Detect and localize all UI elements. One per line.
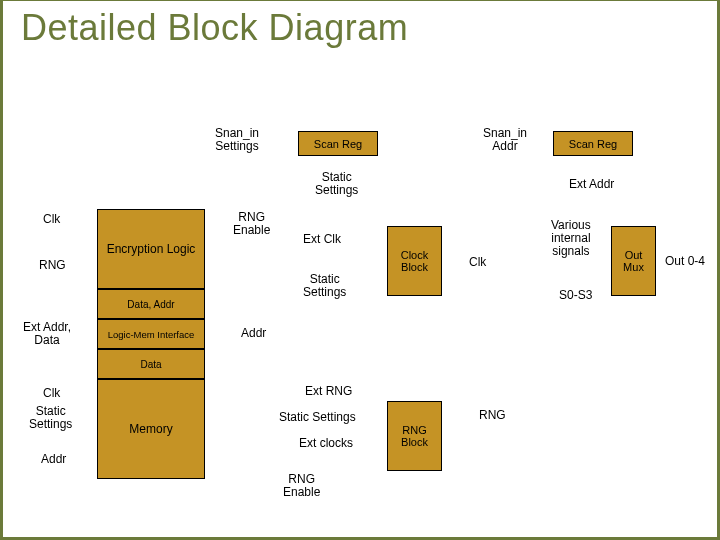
- block-data: Data: [97, 349, 205, 379]
- label-various-signals: Various internal signals: [551, 219, 591, 259]
- label-ext-addr-data: Ext Addr, Data: [23, 321, 71, 347]
- label-clk-mid-right: Clk: [469, 256, 486, 269]
- label-clk-left-2: Clk: [43, 387, 60, 400]
- block-logic-mem-interface: Logic-Mem Interface: [97, 319, 205, 349]
- label-ext-rng: Ext RNG: [305, 385, 352, 398]
- label-static-settings-left: Static Settings: [29, 405, 72, 431]
- label-snan-in-addr: Snan_in Addr: [483, 127, 527, 153]
- block-data-addr: Data, Addr: [97, 289, 205, 319]
- block-memory: Memory: [97, 379, 205, 479]
- label-ext-clocks: Ext clocks: [299, 437, 353, 450]
- label-rng-left: RNG: [39, 259, 66, 272]
- block-scan-reg-2: Scan Reg: [553, 131, 633, 156]
- label-s0-s3: S0-S3: [559, 289, 592, 302]
- label-rng-enable-2: RNG Enable: [283, 473, 320, 499]
- block-clock-block: Clock Block: [387, 226, 442, 296]
- block-scan-reg-1: Scan Reg: [298, 131, 378, 156]
- label-static-settings-mid: Static Settings: [303, 273, 346, 299]
- label-addr-left: Addr: [41, 453, 66, 466]
- label-addr-mid: Addr: [241, 327, 266, 340]
- label-static-settings-top: Static Settings: [315, 171, 358, 197]
- label-clk-left-1: Clk: [43, 213, 60, 226]
- block-out-mux: Out Mux: [611, 226, 656, 296]
- label-snan-in-settings: Snan_in Settings: [215, 127, 259, 153]
- block-rng-block: RNG Block: [387, 401, 442, 471]
- block-encryption-logic: Encryption Logic: [97, 209, 205, 289]
- label-out-0-4: Out 0-4: [665, 255, 705, 268]
- label-ext-clk: Ext Clk: [303, 233, 341, 246]
- slide-title: Detailed Block Diagram: [21, 7, 408, 49]
- label-static-settings-mem: Static Settings: [279, 411, 356, 424]
- label-rng-enable-1: RNG Enable: [233, 211, 270, 237]
- label-rng-right: RNG: [479, 409, 506, 422]
- label-ext-addr-top: Ext Addr: [569, 178, 614, 191]
